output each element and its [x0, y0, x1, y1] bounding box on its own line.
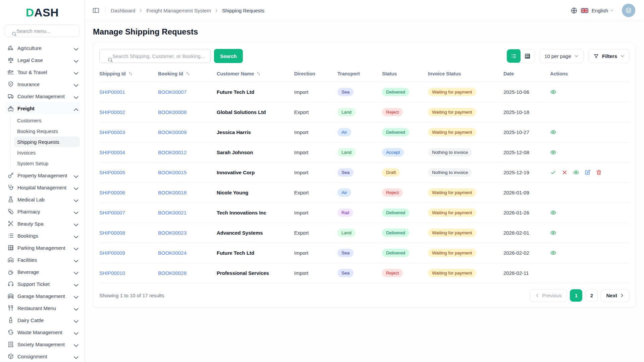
key-icon — [7, 172, 14, 179]
shipping-id-link[interactable]: SHIP00009 — [99, 250, 125, 256]
booking-id-link[interactable]: BOOK00007 — [158, 89, 186, 95]
booking-id-link[interactable]: BOOK00021 — [158, 210, 186, 216]
list-view-button[interactable] — [507, 49, 521, 63]
sidebar-item-consignment[interactable]: Consignment — [5, 350, 80, 359]
invoice-status-badge: Waiting for payment — [428, 188, 476, 197]
breadcrumb-item-freight-management-system[interactable]: Freight Management System — [146, 8, 211, 13]
view-action-icon[interactable] — [550, 250, 556, 256]
shipping-id-link[interactable]: SHIP00003 — [99, 129, 125, 135]
sidebar-item-medical-lab[interactable]: Medical Lab — [5, 193, 80, 205]
column-header-customer-name[interactable]: Customer Name — [217, 66, 294, 82]
view-action-icon[interactable] — [550, 209, 556, 216]
sidebar-subitem-customers[interactable]: Customers — [14, 115, 80, 126]
booking-id-link[interactable]: BOOK00024 — [158, 250, 186, 256]
breadcrumb-item-dashboard[interactable]: Dashboard — [111, 8, 135, 13]
view-action-icon[interactable] — [550, 149, 556, 156]
sidebar-item-parking-management[interactable]: Parking Management — [5, 242, 80, 254]
sidebar-item-property-management[interactable]: Property Management — [5, 169, 80, 181]
sort-icon[interactable] — [128, 71, 133, 76]
chevron-down-icon — [73, 342, 79, 349]
sidebar-item-insurance[interactable]: Insurance — [5, 78, 80, 90]
reject-action-icon[interactable] — [561, 169, 568, 176]
row-actions — [550, 169, 628, 176]
view-action-icon[interactable] — [550, 230, 556, 236]
previous-page-button[interactable]: Previous — [530, 289, 567, 302]
view-action-icon[interactable] — [550, 129, 556, 135]
booking-id-link[interactable]: BOOK00015 — [158, 170, 186, 175]
chevron-down-icon — [73, 58, 79, 65]
shipping-id-link[interactable]: SHIP00008 — [99, 230, 125, 236]
next-page-button[interactable]: Next — [601, 289, 630, 302]
filters-button[interactable]: Filters — [588, 49, 630, 63]
sidebar-item-label: Dairy Cattle — [17, 317, 69, 323]
booking-id-link[interactable]: BOOK00012 — [158, 149, 186, 155]
shipping-id-link[interactable]: SHIP00007 — [99, 210, 125, 216]
sidebar-toggle-button[interactable] — [92, 7, 100, 14]
avatar[interactable] — [622, 4, 635, 17]
date-value: 2026-02-02 — [503, 250, 529, 256]
column-header-invoice-status: Invoice Status — [428, 66, 503, 82]
sidebar-item-bookings[interactable]: Bookings — [5, 230, 80, 242]
sidebar-subitem-invoices[interactable]: Invoices — [14, 147, 80, 158]
view-toggle — [506, 49, 535, 63]
shipping-id-link[interactable]: SHIP00001 — [99, 89, 125, 95]
sidebar-item-label: Beauty Spa — [17, 221, 69, 227]
sidebar-item-waste-management[interactable]: Waste Management — [5, 326, 80, 338]
sidebar-item-beverage[interactable]: Beverage — [5, 266, 80, 278]
sidebar-item-courier-management[interactable]: Courier Management — [5, 90, 80, 102]
sidebar-item-society-management[interactable]: Society Management — [5, 338, 80, 350]
sidebar-item-freight[interactable]: Freight — [5, 102, 80, 114]
sidebar-item-hospital-management[interactable]: Hospital Management — [5, 181, 80, 193]
sidebar-item-agriculture[interactable]: Agriculture — [5, 42, 80, 54]
table-row: SHIP00005BOOK00015Innovative CorpImportS… — [99, 162, 630, 182]
page-button-1[interactable]: 1 — [570, 289, 582, 302]
sidebar-item-dairy-cattle[interactable]: Dairy Cattle — [5, 314, 80, 326]
column-header-booking-id[interactable]: Booking Id — [158, 66, 217, 82]
previous-label: Previous — [542, 293, 561, 298]
sidebar-item-garage-management[interactable]: Garage Management — [5, 290, 80, 302]
sidebar-item-pharmacy[interactable]: Pharmacy — [5, 205, 80, 218]
page-button-2[interactable]: 2 — [585, 289, 598, 302]
sidebar-item-restaurant-menu[interactable]: Restaurant Menu — [5, 302, 80, 314]
topbar-divider — [105, 7, 105, 14]
shipping-id-link[interactable]: SHIP00002 — [99, 109, 125, 115]
transport-badge: Sea — [337, 269, 354, 277]
booking-id-link[interactable]: BOOK00023 — [158, 230, 186, 236]
globe-icon[interactable] — [571, 7, 578, 14]
edit-action-icon[interactable] — [584, 169, 591, 176]
sidebar-subitem-shipping-requests[interactable]: Shipping Requests — [14, 136, 80, 147]
sidebar-item-tour-travel[interactable]: Tour & Travel — [5, 66, 80, 78]
sort-icon[interactable] — [185, 71, 191, 76]
table-search-input[interactable] — [99, 49, 211, 63]
view-action-icon[interactable] — [573, 169, 579, 176]
per-page-select[interactable]: 10 per page — [539, 49, 584, 63]
chevron-down-icon — [73, 94, 79, 101]
shipping-id-link[interactable]: SHIP00005 — [99, 170, 125, 175]
column-header-shipping-id[interactable]: Shipping Id — [99, 66, 158, 82]
grid-view-button[interactable] — [521, 49, 534, 63]
shipping-id-link[interactable]: SHIP00004 — [99, 149, 125, 155]
delete-action-icon[interactable] — [596, 169, 602, 176]
sidebar-item-legal-case[interactable]: Legal Case — [5, 54, 80, 66]
language-selector[interactable]: English — [592, 8, 614, 13]
approve-action-icon[interactable] — [550, 169, 556, 176]
sidebar-item-facilities[interactable]: Facilities — [5, 254, 80, 266]
shipping-id-link[interactable]: SHIP00010 — [99, 270, 125, 276]
booking-id-link[interactable]: BOOK00028 — [158, 270, 186, 276]
customer-name: Nicole Young — [217, 190, 248, 195]
search-button[interactable]: Search — [214, 49, 243, 63]
booking-id-link[interactable]: BOOK00008 — [158, 109, 186, 115]
booking-id-link[interactable]: BOOK00009 — [158, 129, 186, 135]
view-action-icon[interactable] — [550, 89, 556, 95]
sidebar-subitem-system-setup[interactable]: System Setup — [14, 158, 80, 169]
sidebar-item-beauty-spa[interactable]: Beauty Spa — [5, 218, 80, 230]
shipping-id-link[interactable]: SHIP00006 — [99, 190, 125, 195]
booking-id-link[interactable]: BOOK00018 — [158, 190, 186, 195]
row-actions — [550, 149, 628, 156]
brand-logo: DASH — [5, 6, 80, 19]
sidebar-item-support-ticket[interactable]: Support Ticket — [5, 278, 80, 290]
transport-badge: Sea — [337, 249, 354, 257]
sidebar-subitem-booking-requests[interactable]: Booking Requests — [14, 126, 80, 136]
sidebar-item-label: Garage Management — [17, 293, 69, 299]
sort-icon[interactable] — [256, 71, 261, 76]
